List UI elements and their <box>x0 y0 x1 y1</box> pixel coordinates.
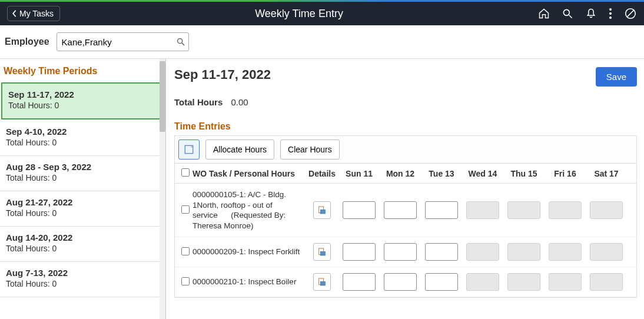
col-day-header: Sun 11 <box>338 169 380 178</box>
entries-table: WO Task / Personal Hours Details Sun 11 … <box>174 164 637 298</box>
employee-label: Employee <box>5 36 49 47</box>
total-hours-label: Total Hours <box>174 97 223 107</box>
details-button[interactable] <box>313 243 331 261</box>
table-row: 0000000209-1: Inspect Forklift <box>175 237 636 267</box>
row-checkbox[interactable] <box>181 205 190 214</box>
details-button[interactable] <box>313 201 331 219</box>
details-icon <box>317 247 327 257</box>
main-content: Sep 11-17, 2022 Save Total Hours 0.00 Ti… <box>166 59 644 319</box>
hours-input-thu <box>507 273 540 291</box>
period-total: Total Hours: 0 <box>6 244 160 253</box>
hours-input-wed <box>466 243 499 261</box>
hours-input-fri <box>549 201 582 219</box>
period-item[interactable]: Aug 21-27, 2022 Total Hours: 0 <box>0 191 165 227</box>
period-total: Total Hours: 0 <box>8 101 157 110</box>
sidebar: Weekly Time Periods Sep 11-17, 2022 Tota… <box>0 59 166 319</box>
period-item[interactable]: Sep 4-10, 2022 Total Hours: 0 <box>0 121 165 156</box>
period-range: Sep 4-10, 2022 <box>6 127 160 137</box>
chevron-left-icon <box>11 9 17 18</box>
hours-input-mon[interactable] <box>384 273 417 291</box>
app-header: My Tasks Weekly Time Entry <box>0 2 644 25</box>
table-row: 0000000105-1: A/C - Bldg. 1North, roofto… <box>175 184 636 237</box>
details-button[interactable] <box>313 273 331 291</box>
periods-heading: Weekly Time Periods <box>0 59 165 81</box>
no-entry-icon[interactable] <box>624 7 637 20</box>
period-total: Total Hours: 0 <box>6 173 160 182</box>
svg-text:+: + <box>191 145 193 149</box>
svg-line-1 <box>569 15 572 18</box>
col-details-header: Details <box>306 169 338 178</box>
hours-input-tue[interactable] <box>425 273 458 291</box>
back-label: My Tasks <box>19 9 54 18</box>
hours-input-thu <box>507 243 540 261</box>
period-item[interactable]: Sep 11-17, 2022 Total Hours: 0 <box>1 82 164 119</box>
options-button[interactable]: + <box>178 139 200 160</box>
details-icon <box>317 205 327 215</box>
hours-input-thu <box>507 201 540 219</box>
employee-input[interactable] <box>57 32 189 51</box>
hours-input-sun[interactable] <box>343 243 376 261</box>
allocate-hours-button[interactable]: Allocate Hours <box>205 139 274 160</box>
table-header: WO Task / Personal Hours Details Sun 11 … <box>175 164 636 184</box>
row-checkbox[interactable] <box>181 277 190 285</box>
col-task-header: WO Task / Personal Hours <box>192 169 306 178</box>
hours-input-mon[interactable] <box>384 201 417 219</box>
col-day-header: Thu 15 <box>503 169 545 178</box>
entries-toolbar: + Allocate Hours Clear Hours <box>174 135 637 164</box>
save-button[interactable]: Save <box>596 67 637 87</box>
hours-input-fri <box>549 243 582 261</box>
svg-point-0 <box>563 9 569 15</box>
period-range: Aug 21-27, 2022 <box>6 197 160 207</box>
svg-point-2 <box>609 8 612 11</box>
search-icon[interactable] <box>562 8 573 19</box>
hours-input-wed <box>466 201 499 219</box>
hours-input-tue[interactable] <box>425 201 458 219</box>
hours-input-mon[interactable] <box>384 243 417 261</box>
period-item[interactable]: Aug 28 - Sep 3, 2022 Total Hours: 0 <box>0 156 165 191</box>
period-total: Total Hours: 0 <box>6 279 160 288</box>
hours-input-wed <box>466 273 499 291</box>
sidebar-scrollbar[interactable] <box>160 59 165 319</box>
hours-input-sat <box>590 273 623 291</box>
task-cell: 0000000209-1: Inspect Forklift <box>192 247 306 257</box>
task-cell: 0000000105-1: A/C - Bldg. 1North, roofto… <box>192 190 306 231</box>
hours-input-sun[interactable] <box>343 273 376 291</box>
col-day-header: Mon 12 <box>380 169 421 178</box>
svg-rect-16 <box>320 282 325 286</box>
expand-icon: + <box>184 144 194 155</box>
period-total: Total Hours: 0 <box>6 208 160 218</box>
hours-input-tue[interactable] <box>425 243 458 261</box>
page-title: Weekly Time Entry <box>60 8 538 20</box>
svg-point-4 <box>609 16 612 19</box>
hours-input-fri <box>549 273 582 291</box>
period-total: Total Hours: 0 <box>6 138 160 147</box>
time-entries-heading: Time Entries <box>174 121 637 132</box>
clear-hours-button[interactable]: Clear Hours <box>280 139 340 160</box>
col-day-header: Wed 14 <box>462 169 503 178</box>
hours-input-sat <box>590 243 623 261</box>
hours-input-sun[interactable] <box>343 201 376 219</box>
svg-point-7 <box>177 39 182 44</box>
period-item[interactable]: Aug 7-13, 2022 Total Hours: 0 <box>0 262 165 297</box>
task-cell: 0000000210-1: Inspect Boiler <box>192 277 306 287</box>
col-day-header: Sat 17 <box>586 169 627 178</box>
back-button[interactable]: My Tasks <box>7 6 60 21</box>
svg-rect-12 <box>320 210 325 214</box>
period-range: Sep 11-17, 2022 <box>8 89 157 99</box>
kebab-menu-icon[interactable] <box>609 8 612 19</box>
search-icon[interactable] <box>176 37 185 46</box>
period-range: Aug 28 - Sep 3, 2022 <box>6 162 160 172</box>
col-day-header: Fri 16 <box>545 169 586 178</box>
bell-icon[interactable] <box>585 8 597 19</box>
hours-input-sat <box>590 201 623 219</box>
period-item[interactable]: Aug 14-20, 2022 Total Hours: 0 <box>0 227 165 262</box>
svg-point-3 <box>609 12 612 15</box>
select-all-checkbox[interactable] <box>181 168 190 177</box>
home-icon[interactable] <box>538 8 550 19</box>
details-icon <box>317 277 327 287</box>
col-day-header: Tue 13 <box>421 169 462 178</box>
period-range: Aug 14-20, 2022 <box>6 232 160 242</box>
period-range: Aug 7-13, 2022 <box>6 268 160 278</box>
row-checkbox[interactable] <box>181 247 190 255</box>
table-row: 0000000210-1: Inspect Boiler <box>175 267 636 297</box>
